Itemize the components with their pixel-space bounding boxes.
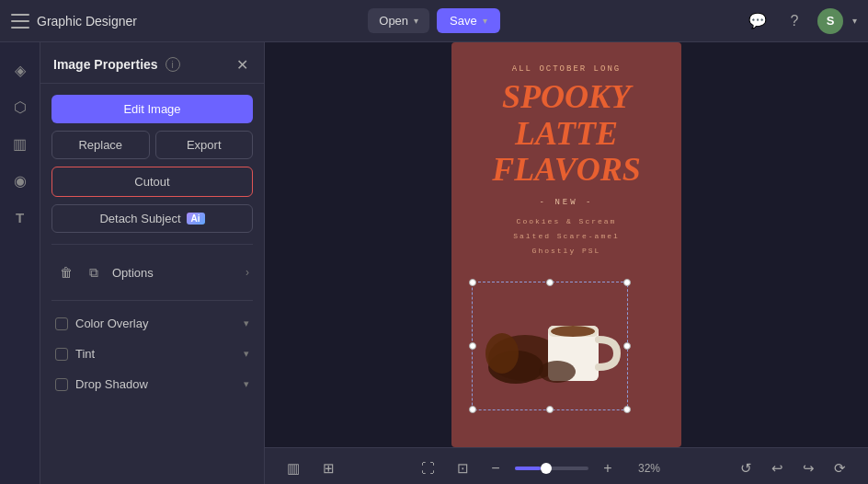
tint-row: Tint ▾: [51, 342, 253, 365]
handle-mr[interactable]: [623, 342, 631, 350]
help-button[interactable]: ?: [781, 7, 808, 35]
color-overlay-row: Color Overlay ▾: [51, 312, 253, 335]
zoom-slider[interactable]: [515, 467, 588, 470]
layers-icon[interactable]: ▥: [280, 455, 307, 482]
handle-br[interactable]: [623, 406, 631, 413]
cutout-button[interactable]: Cutout: [51, 167, 253, 197]
undo-button[interactable]: ↩: [763, 455, 791, 482]
image-selection[interactable]: [472, 282, 628, 410]
panel-title: Image Properties: [53, 57, 158, 72]
chevron-down-icon: ▾: [483, 16, 487, 26]
copy-icon[interactable]: ⧉: [83, 261, 105, 283]
zoom-level: 32%: [627, 462, 660, 475]
app-title: Graphic Designer: [37, 14, 137, 29]
restore-button[interactable]: ↺: [732, 455, 760, 482]
tint-checkbox[interactable]: [55, 348, 68, 361]
avatar[interactable]: S: [817, 8, 843, 34]
options-row: 🗑 ⧉ Options ›: [51, 256, 253, 289]
drop-shadow-label: Drop Shadow: [75, 377, 148, 391]
card-new: - NEW -: [540, 198, 594, 207]
grid-icon[interactable]: ⊞: [314, 455, 342, 482]
fit-icon[interactable]: ⛶: [414, 455, 441, 482]
sidebar-item-text[interactable]: T: [4, 201, 37, 234]
bottom-left: ▥ ⊞: [280, 455, 342, 482]
effect-left: Color Overlay: [55, 317, 148, 330]
sidebar-item-brand[interactable]: ◉: [4, 164, 37, 197]
card-subtitle: All October long: [512, 64, 621, 74]
tint-label: Tint: [75, 347, 95, 361]
tint-chevron-icon: ▾: [244, 348, 249, 360]
divider-2: [51, 300, 253, 301]
bottom-center: ⛶ ⊡ − + 32%: [414, 455, 660, 482]
options-left: 🗑 ⧉ Options: [55, 261, 154, 283]
divider: [51, 244, 253, 245]
close-icon[interactable]: ✕: [233, 55, 251, 74]
options-label: Options: [112, 266, 154, 280]
save-button[interactable]: Save ▾: [437, 8, 500, 33]
edit-image-button[interactable]: Edit Image: [51, 95, 253, 123]
replace-export-row: Replace Export: [51, 131, 253, 159]
sidebar-item-elements[interactable]: ⬡: [4, 90, 37, 123]
panel-title-row: Image Properties i: [53, 57, 180, 72]
selection-border: [472, 282, 628, 410]
options-chevron-icon: ›: [246, 266, 249, 279]
info-icon[interactable]: i: [166, 57, 180, 72]
zoom-track-fill: [515, 467, 541, 470]
open-button[interactable]: Open ▾: [368, 8, 429, 33]
color-overlay-checkbox[interactable]: [55, 317, 68, 330]
trash-icon[interactable]: 🗑: [55, 261, 77, 283]
detach-subject-button[interactable]: Detach Subject Ai: [51, 204, 253, 233]
icon-sidebar: ◈ ⬡ ▥ ◉ T: [0, 42, 40, 484]
properties-panel: Image Properties i ✕ Edit Image Replace …: [40, 42, 265, 484]
menu-icon[interactable]: [11, 14, 29, 29]
topbar: Graphic Designer Open ▾ Save ▾ 💬 ? S ▾: [0, 0, 868, 42]
comment-button[interactable]: 💬: [744, 7, 771, 35]
card-title: SpookyLatteFlavors: [492, 79, 640, 189]
effect-left-tint: Tint: [55, 347, 95, 361]
crop-icon[interactable]: ⊡: [449, 455, 476, 482]
topbar-center: Open ▾ Save ▾: [368, 8, 499, 33]
topbar-right: 💬 ? S ▾: [509, 7, 857, 35]
handle-bm[interactable]: [546, 406, 554, 413]
history-button[interactable]: ⟳: [826, 455, 853, 482]
handle-bl[interactable]: [469, 406, 476, 413]
panel-header: Image Properties i ✕: [40, 42, 264, 84]
effect-left-shadow: Drop Shadow: [55, 377, 148, 391]
panel-body: Edit Image Replace Export Cutout Detach …: [40, 84, 264, 484]
avatar-chevron-icon: ▾: [852, 16, 857, 26]
color-overlay-label: Color Overlay: [75, 317, 148, 330]
svg-point-5: [539, 361, 576, 383]
chevron-down-icon: ▾: [414, 16, 418, 26]
replace-button[interactable]: Replace: [51, 131, 150, 159]
drop-shadow-row: Drop Shadow ▾: [51, 373, 253, 396]
card-items: Cookies & ScreamSalted Scare-amelGhostly…: [513, 214, 620, 259]
canvas-workspace[interactable]: All October long SpookyLatteFlavors - NE…: [265, 42, 868, 447]
zoom-in-button[interactable]: +: [596, 456, 620, 480]
svg-point-6: [485, 333, 519, 374]
svg-point-4: [551, 326, 595, 337]
color-overlay-chevron-icon: ▾: [244, 317, 249, 329]
redo-button[interactable]: ↪: [794, 455, 822, 482]
sidebar-item-design[interactable]: ◈: [4, 53, 37, 86]
latte-art-svg: [474, 284, 622, 402]
topbar-left: Graphic Designer: [11, 14, 359, 29]
ai-badge: Ai: [187, 213, 205, 225]
options-icons: 🗑 ⧉: [55, 261, 105, 283]
canvas-card: All October long SpookyLatteFlavors - NE…: [451, 42, 681, 447]
main-layout: ◈ ⬡ ▥ ◉ T Image Properties i ✕ Edit Imag…: [0, 42, 868, 484]
zoom-thumb[interactable]: [541, 463, 552, 474]
handle-tr[interactable]: [623, 279, 631, 286]
sidebar-item-layout[interactable]: ▥: [4, 127, 37, 160]
canvas-area: All October long SpookyLatteFlavors - NE…: [265, 42, 868, 484]
export-button[interactable]: Export: [155, 131, 254, 159]
bottom-toolbar: ▥ ⊞ ⛶ ⊡ − + 32% ↺ ↩ ↪ ⟳: [265, 447, 868, 484]
zoom-out-button[interactable]: −: [484, 456, 508, 480]
bottom-right: ↺ ↩ ↪ ⟳: [732, 455, 853, 482]
drop-shadow-checkbox[interactable]: [55, 378, 68, 391]
drop-shadow-chevron-icon: ▾: [244, 378, 249, 390]
